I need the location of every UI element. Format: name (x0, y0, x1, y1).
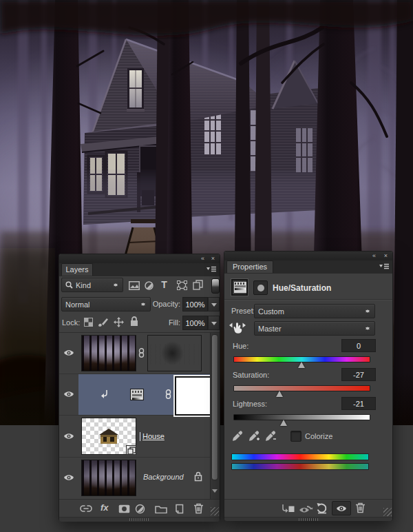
saturation-input[interactable]: -27 (341, 368, 376, 381)
channel-value: Master (258, 325, 282, 333)
photoshop-workspace: « × Layers Kind T (0, 0, 413, 532)
layer-style-fx-icon[interactable]: fx (100, 502, 109, 513)
mask-link-icon[interactable] (165, 389, 171, 399)
visibility-button-pressed[interactable] (332, 501, 351, 515)
dropdown-arrows-icon (365, 307, 371, 315)
fill-dropdown-arrow[interactable] (208, 316, 220, 330)
eyedropper-add-icon[interactable] (248, 429, 260, 442)
view-previous-state-icon[interactable] (298, 504, 313, 514)
clipping-mask-arrow-icon (99, 389, 108, 399)
close-panel-icon[interactable]: × (384, 252, 388, 260)
visibility-eye-icon[interactable] (63, 432, 74, 440)
layer-thumbnail[interactable] (81, 335, 136, 371)
layers-panel-titlebar[interactable]: « × (59, 254, 220, 263)
lock-pixels-brush-icon[interactable] (97, 316, 109, 327)
drag-handle[interactable] (129, 518, 149, 521)
panel-drag-strip[interactable] (59, 517, 220, 522)
filter-smart-objects-icon[interactable] (193, 280, 203, 290)
layer-name-house[interactable]: House (142, 432, 165, 440)
opacity-input[interactable]: 100% (182, 297, 208, 311)
layers-list: House Background (59, 333, 220, 499)
visibility-eye-icon[interactable] (63, 349, 74, 357)
collapse-panel-icon[interactable]: « (201, 255, 204, 263)
colorize-label: Colorize (305, 432, 332, 440)
saturation-slider-marker[interactable] (276, 387, 283, 397)
preset-dropdown[interactable]: Custom (254, 304, 375, 318)
panel-menu-icon[interactable] (379, 263, 390, 270)
clip-to-layer-icon[interactable] (281, 504, 295, 514)
hue-input[interactable]: 0 (341, 339, 376, 352)
eyedropper-sample-icon[interactable] (231, 429, 244, 442)
lightness-input[interactable]: -21 (341, 397, 376, 410)
dropdown-arrows-icon (113, 281, 119, 289)
tab-properties[interactable]: Properties (226, 260, 273, 273)
text-cursor (140, 432, 140, 441)
fill-input[interactable]: 100% (182, 316, 208, 330)
blend-mode-dropdown[interactable]: Normal (61, 297, 151, 311)
mask-link-icon[interactable] (138, 348, 145, 358)
panel-drag-strip[interactable] (224, 517, 392, 521)
lightness-value: -21 (353, 400, 364, 408)
link-layers-icon[interactable] (80, 504, 92, 513)
scrollbar-thumb[interactable] (211, 334, 218, 480)
properties-bottom-bar (224, 499, 392, 518)
panel-menu-icon[interactable] (206, 266, 217, 273)
layer-mask-thumbnail[interactable] (147, 335, 202, 371)
visibility-eye-icon[interactable] (63, 390, 74, 398)
colorize-checkbox[interactable] (290, 431, 301, 442)
lock-transparency-icon[interactable] (84, 318, 93, 327)
reset-adjustment-icon[interactable] (316, 502, 328, 514)
adjustment-mask-thumbnail-selected[interactable] (175, 376, 212, 416)
hue-value: 0 (357, 342, 361, 350)
layer-name-background[interactable]: Background (143, 473, 184, 481)
lock-position-move-icon[interactable] (114, 317, 124, 327)
saturation-slider-track[interactable] (233, 385, 370, 391)
close-panel-icon[interactable]: × (211, 255, 215, 263)
tab-layers[interactable]: Layers (61, 263, 93, 276)
channel-dropdown[interactable]: Master (254, 321, 375, 336)
filter-toggle-switch[interactable] (211, 278, 220, 294)
hue-slider-marker[interactable] (298, 358, 305, 368)
filter-adjustment-layers-icon[interactable] (145, 281, 153, 290)
layer-row-hue-saturation-selected[interactable] (59, 374, 210, 416)
properties-panel-titlebar[interactable]: « × (224, 252, 392, 260)
new-layer-icon[interactable] (173, 504, 184, 514)
layer-thumbnail-background[interactable] (81, 460, 136, 496)
filter-pixel-layers-icon[interactable] (129, 281, 140, 290)
layer-row-background[interactable]: Background (59, 458, 210, 499)
saturation-label: Saturation: (233, 371, 269, 379)
filter-kind-dropdown[interactable]: Kind (61, 278, 123, 292)
mask-icon-button[interactable] (253, 280, 268, 295)
panel-resize-grip[interactable] (211, 507, 219, 515)
layers-scrollbar[interactable] (210, 333, 220, 499)
collapse-panel-icon[interactable]: « (372, 252, 376, 260)
lightness-slider-marker[interactable] (280, 416, 287, 426)
opacity-dropdown-arrow[interactable] (208, 297, 220, 311)
filter-type-layers-icon[interactable]: T (160, 279, 169, 289)
layer-thumbnail-house[interactable] (81, 418, 136, 455)
properties-tabbar: Properties (224, 260, 392, 274)
lock-all-padlock-icon[interactable] (130, 316, 138, 327)
scrollbar-down-arrow[interactable] (212, 489, 218, 495)
add-layer-mask-icon[interactable] (118, 504, 130, 513)
add-adjustment-layer-icon[interactable] (135, 504, 145, 514)
hue-spectrum-before (231, 453, 369, 460)
filter-shape-layers-icon[interactable] (177, 280, 187, 290)
panel-resize-grip[interactable] (383, 508, 392, 516)
new-group-folder-icon[interactable] (155, 504, 167, 513)
layer-row-adjustment-mask[interactable] (59, 333, 210, 374)
visibility-eye-icon[interactable] (63, 473, 74, 482)
lightness-slider-track[interactable] (233, 414, 370, 420)
adjustment-icon-button[interactable] (231, 279, 248, 296)
delete-adjustment-trash-icon[interactable] (355, 502, 366, 513)
layer-row-house[interactable]: House (59, 416, 210, 458)
hue-saturation-adjustment-thumbnail[interactable] (130, 389, 144, 400)
hue-label: Hue: (233, 342, 248, 350)
eyedropper-subtract-icon[interactable] (264, 429, 277, 442)
drag-handle[interactable] (299, 518, 318, 521)
targeted-adjustment-hand-icon[interactable] (229, 320, 246, 335)
divider-highlight (224, 300, 392, 300)
opacity-label: Opacity: (151, 300, 180, 308)
delete-layer-trash-icon[interactable] (193, 503, 204, 514)
fill-label: Fill: (151, 318, 180, 327)
